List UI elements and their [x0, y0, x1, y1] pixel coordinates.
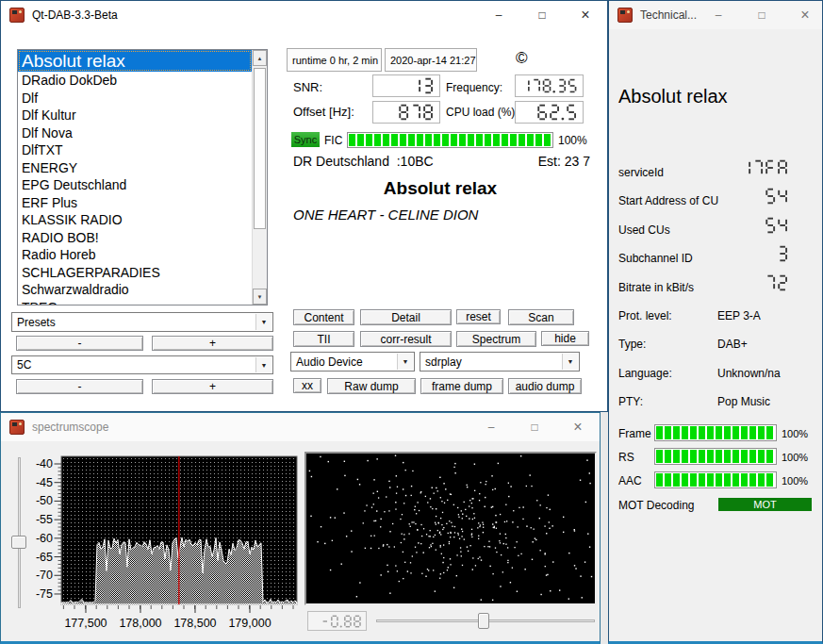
channel-minus-button[interactable]: - [16, 379, 143, 394]
scroll-up-icon[interactable]: ▲ [253, 50, 267, 66]
audio-device-combo[interactable]: Audio Device ▼ [290, 352, 415, 372]
close-icon[interactable]: × [556, 413, 600, 441]
spectrum-button[interactable]: Spectrum [456, 331, 536, 347]
hide-button[interactable]: hide [541, 331, 589, 346]
tech-field-value: DAB+ [717, 338, 748, 351]
station-list-item[interactable]: Dlf Kultur [18, 107, 252, 124]
tech-field-label: serviceId [618, 166, 664, 179]
scan-button[interactable]: Scan [508, 309, 574, 325]
spectrumscope-window: spectrumscope – □ × -40-45-50-55-60-65-7… [0, 412, 601, 644]
tech-field-lcd [777, 244, 789, 263]
tech-field-label: Subchannel ID [618, 252, 693, 265]
station-list-item[interactable]: ENERGY [18, 159, 252, 177]
tech-field-value: Unknown/na [717, 367, 781, 380]
dls-text: ONE HEART - CELINE DION [293, 206, 478, 223]
maximize-icon[interactable]: □ [520, 1, 564, 29]
close-icon[interactable]: × [564, 1, 607, 29]
content-button[interactable]: Content [293, 309, 354, 325]
spectrumscope-titlebar[interactable]: spectrumscope – □ × [1, 413, 600, 441]
preset-plus-button[interactable]: + [152, 336, 273, 351]
detail-button[interactable]: Detail [360, 309, 452, 325]
tech-field-lcd [765, 187, 789, 206]
chevron-down-icon[interactable]: ▼ [397, 354, 413, 370]
raw-dump-button[interactable]: Raw dump [327, 378, 416, 394]
audio-dump-button[interactable]: audio dump [508, 378, 582, 394]
presets-combo[interactable]: Presets ▼ [11, 312, 273, 332]
mot-badge: MOT [718, 498, 812, 511]
xx-button[interactable]: xx [293, 378, 321, 393]
tech-bar-label: Frame [618, 427, 651, 440]
channel-combo-value: 5C [17, 358, 31, 372]
chevron-down-icon[interactable]: ▼ [562, 354, 578, 370]
svg-text:-75: -75 [36, 587, 53, 601]
svg-text:-45: -45 [36, 476, 53, 489]
station-list-item[interactable]: TPEG [18, 299, 252, 305]
station-list-item[interactable]: DlfTXT [18, 141, 252, 159]
station-list-item[interactable]: EPG Deutschland [18, 176, 252, 194]
frequency-lcd [515, 74, 584, 97]
station-list-item[interactable]: Dlf Nova [18, 124, 252, 142]
chevron-down-icon[interactable]: ▼ [255, 314, 272, 330]
station-list-item[interactable]: SCHLAGERPARADIES [18, 264, 252, 282]
tech-field-label: Bitrate in kBit/s [618, 281, 694, 294]
snr-label: SNR: [293, 80, 322, 94]
scrollbar-thumb[interactable] [254, 68, 266, 229]
cpu-load-lcd [515, 101, 584, 124]
tech-field-lcd [740, 158, 789, 177]
tech-field-lcd [765, 273, 789, 292]
station-list-item[interactable]: Radio Horeb [18, 246, 252, 264]
main-titlebar[interactable]: Qt-DAB-3.3-Beta – □ × [1, 1, 607, 29]
station-list-item[interactable]: RADIO BOB! [18, 229, 252, 247]
app-icon [617, 8, 633, 23]
main-window: Qt-DAB-3.3-Beta – □ × Absolut relaxDRadi… [0, 0, 608, 412]
copyright-button[interactable]: © [516, 49, 528, 68]
horizontal-offset-slider[interactable] [478, 613, 489, 629]
minimize-icon[interactable]: – [697, 1, 740, 29]
channel-combo[interactable]: 5C ▼ [11, 355, 273, 374]
frame-dump-button[interactable]: frame dump [420, 378, 503, 394]
scroll-down-icon[interactable]: ▼ [253, 289, 267, 305]
minimize-icon[interactable]: – [477, 1, 520, 29]
svg-text:178,500: 178,500 [173, 617, 216, 630]
estimate-label: Est: 23 7 [538, 154, 590, 169]
station-list[interactable]: Absolut relaxDRadio DokDebDlfDlf KulturD… [17, 49, 268, 305]
station-list-item[interactable]: Absolut relax [18, 50, 252, 72]
chevron-down-icon[interactable]: ▼ [255, 357, 272, 372]
maximize-icon[interactable]: □ [513, 413, 556, 441]
datetime-display: 2020-apr-14 21:27 [385, 48, 477, 72]
station-list-item[interactable]: ERF Plus [18, 194, 252, 212]
tech-field-label: Prot. level: [618, 309, 672, 322]
svg-text:-65: -65 [36, 551, 53, 564]
tech-bar-percent: 100% [782, 428, 808, 439]
maximize-icon[interactable]: □ [740, 1, 783, 29]
audio-device-value: Audio Device [296, 355, 363, 369]
tech-progressbar [654, 448, 777, 465]
constellation-display [305, 452, 597, 605]
tech-bar-label: AAC [618, 474, 642, 487]
tii-button[interactable]: TII [293, 331, 354, 347]
station-list-item[interactable]: Schwarzwaldradio [18, 281, 252, 299]
station-list-item[interactable]: DRadio DokDeb [18, 72, 252, 90]
tech-field-label: Language: [618, 367, 672, 380]
runtime-display: runtime 0 hr, 2 min [287, 48, 382, 72]
preset-minus-button[interactable]: - [16, 336, 143, 351]
svg-text:-70: -70 [36, 569, 53, 582]
corr-result-button[interactable]: corr-result [360, 331, 452, 347]
tech-progressbar [654, 471, 777, 488]
technical-window-title: Technical... [640, 8, 697, 22]
vertical-gain-slider[interactable] [11, 536, 26, 549]
tech-field-label: Used CUs [618, 223, 670, 237]
app-icon [9, 420, 25, 435]
minimize-icon[interactable]: – [469, 413, 513, 441]
station-list-item[interactable]: KLASSIK RADIO [18, 211, 252, 229]
spectrum-chart: -40-45-50-55-60-65-70-75177,500178,00017… [29, 454, 305, 641]
station-list-item[interactable]: Dlf [18, 90, 252, 107]
input-device-combo[interactable]: sdrplay ▼ [420, 352, 580, 372]
reset-button[interactable]: reset [456, 309, 501, 324]
technical-window: Technical... – □ × Absolut relax service… [608, 0, 823, 644]
technical-titlebar[interactable]: Technical... – □ × [609, 1, 822, 29]
svg-text:-55: -55 [36, 513, 53, 526]
close-icon[interactable]: × [783, 1, 823, 29]
channel-plus-button[interactable]: + [152, 379, 273, 394]
station-list-scrollbar[interactable]: ▲ ▼ [252, 50, 267, 305]
